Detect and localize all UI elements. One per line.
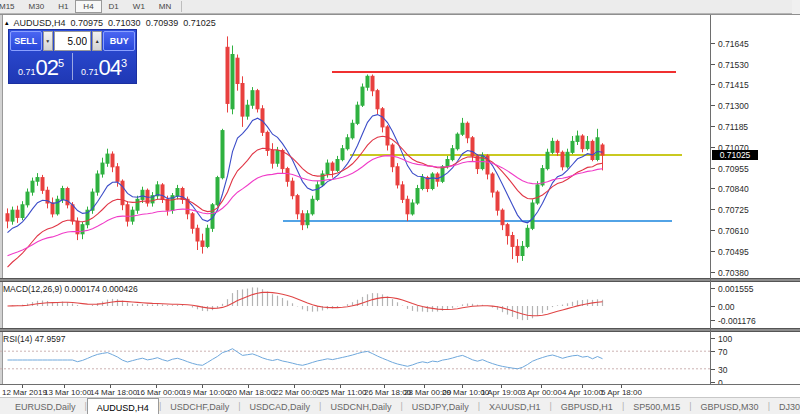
time-label: 22 Mar 00:00 [274,388,321,397]
axis-tick-mark [711,251,715,252]
axis-tick-mark [711,188,715,189]
toolbar-separator [181,1,182,12]
axis-tick-mark [711,288,715,289]
price-tick: 0.71300 [718,101,749,111]
spin-up-icon: ▲ [95,38,100,44]
macd-pane[interactable]: MACD(12,26,9) 0.000174 0.000426 [0,282,710,328]
ask-pipette: 3 [121,57,127,69]
price-tick: 0.71185 [718,122,748,132]
time-label: 25 Mar 11:00 [320,388,367,397]
price-tick: 0.71415 [718,80,749,90]
macd-label: MACD(12,26,9) 0.000174 0.000426 [3,284,138,294]
price-tick: 0.71645 [718,39,749,49]
spin-down-icon: ▼ [45,38,50,44]
volume-decrease-button[interactable]: ▼ [43,31,53,51]
rsi-tick: 100 [718,334,732,344]
trading-platform-window: M15M30H1H4D1W1MN ▴ AUDUSD,H4 0.70975 0.7… [0,0,800,414]
chart-tab-sp500-m15[interactable]: SP500,M15 [624,398,689,414]
axis-tick-mark [711,43,715,44]
chart-tab-dj30-h4[interactable]: DJ30,H4 [770,398,800,414]
chart-tab-gbpusd-h1[interactable]: GBPUSD,H1 [552,398,622,414]
price-tick: 0.71530 [718,60,749,70]
time-label: 19 Mar 10:00 [182,388,229,397]
chart-tab-xauusd-h1[interactable]: XAUUSD,H1 [480,398,550,414]
sell-button[interactable]: SELL [10,31,42,51]
chart-tab-usdcad-daily[interactable]: USDCAD,Daily [241,398,320,414]
chart-symbol: AUDUSD,H4 [14,18,66,28]
time-label: 1 Apr 19:00 [481,388,522,397]
price-tick: 0.70955 [718,164,749,174]
chart-tab-bar: EURUSD,Daily|AUDUSD,H4|USDCHF,Daily|USDC… [0,397,800,414]
macd-tick: -0.001176 [718,316,756,326]
price-tick: 0.70840 [718,184,749,194]
buy-button[interactable]: BUY [103,31,135,51]
axis-tick-mark [711,351,715,352]
axis-tick-mark [711,209,715,210]
time-label: 4 Apr 10:00 [562,388,603,397]
rsi-tick: 30 [718,365,727,375]
chart-window: ▴ AUDUSD,H4 0.70975 0.71030 0.70939 0.71… [0,14,800,397]
price-axis[interactable]: 0.716450.715300.714150.713000.711850.710… [711,15,800,278]
ask-price[interactable]: 0.71043 [73,51,135,82]
volume-input[interactable] [54,31,91,51]
axis-tick-mark [711,168,715,169]
bid-big-digits: 02 [35,57,57,79]
time-label: 13 Mar 10:00 [44,388,91,397]
axis-tick-mark [711,382,715,383]
chart-tab-audusd-h4[interactable]: AUDUSD,H4 [87,398,159,414]
rsi-label: RSI(14) 47.9597 [3,334,65,344]
volume-increase-button[interactable]: ▲ [92,31,102,51]
time-label: 20 Mar 18:00 [228,388,275,397]
chart-tab-eurusd-daily[interactable]: EURUSD,Daily [6,398,85,414]
timeframe-button-w1[interactable]: W1 [126,0,152,13]
timeframe-button-mn[interactable]: MN [152,0,178,13]
timeframe-button-h4[interactable]: H4 [75,0,101,13]
time-label: 12 Mar 2019 [2,388,47,397]
macd-tick: 0.001555 [718,284,753,294]
rsi-tick: 70 [718,347,727,357]
axis-tick-mark [711,320,715,321]
axis-border [710,15,711,384]
ohlc-high: 0.71030 [108,18,141,28]
ask-prefix: 0.71 [81,67,99,77]
chart-title: ▴ AUDUSD,H4 0.70975 0.71030 0.70939 0.71… [5,18,216,28]
ask-big-digits: 04 [98,57,120,79]
axis-tick-mark [711,84,715,85]
axis-tick-mark [711,306,715,307]
axis-tick-mark [711,369,715,370]
collapse-panel-icon[interactable]: ▴ [5,19,9,27]
axis-tick-mark [711,338,715,339]
chart-tab-usdcnh-daily[interactable]: USDCNH,Daily [321,398,400,414]
rsi-pane[interactable]: RSI(14) 47.9597 [0,332,710,384]
chart-tab-gbpusd-m30[interactable]: GBPUSD,M30 [692,398,768,414]
time-label: 16 Mar 00:00 [136,388,183,397]
axis-tick-mark [711,230,715,231]
timeframe-button-m15[interactable]: M15 [0,0,22,13]
axis-tick-mark [711,105,715,106]
time-label: 14 Mar 18:00 [90,388,137,397]
axis-tick-mark [711,272,715,273]
chart-tab-usdchf-daily[interactable]: USDCHF,Daily [161,398,238,414]
macd-tick: 0.00 [718,302,735,312]
time-axis[interactable]: 12 Mar 201913 Mar 10:0014 Mar 18:0016 Ma… [0,384,800,398]
timeframe-button-m30[interactable]: M30 [22,0,52,13]
axis-tick-mark [711,147,715,148]
timeframe-button-d1[interactable]: D1 [102,0,126,13]
timeframe-button-h1[interactable]: H1 [51,0,75,13]
ohlc-low: 0.70939 [146,18,179,28]
price-tick: 0.70495 [718,247,749,257]
axis-tick-mark [711,126,715,127]
chart-tab-usdjpy-daily[interactable]: USDJPY,Daily [403,398,478,414]
time-label: 5 Apr 18:00 [601,388,642,397]
rsi-chart [0,332,710,384]
timeframe-toolbar: M15M30H1H4D1W1MN [0,0,792,14]
time-label: 3 Apr 00:00 [521,388,562,397]
ohlc-close: 0.71025 [183,18,216,28]
bid-price[interactable]: 0.71025 [10,51,72,82]
current-price-tag: 0.71025 [712,150,758,160]
bid-pipette: 5 [58,57,64,69]
bid-prefix: 0.71 [18,67,36,77]
price-tick: 0.70610 [718,226,749,236]
axis-tick-mark [711,64,715,65]
one-click-trade-panel: SELL ▼ ▲ BUY 0.71025 0.71043 [8,29,137,84]
